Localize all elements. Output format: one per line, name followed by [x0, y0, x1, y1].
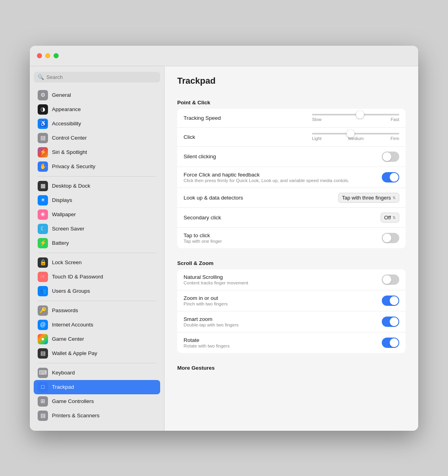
sidebar-item-desktop-dock[interactable]: ▦Desktop & Dock — [34, 179, 160, 193]
sidebar-item-label: Touch ID & Password — [52, 273, 103, 280]
sidebar-item-touch-id-password[interactable]: ☞Touch ID & Password — [34, 270, 160, 284]
section-title-2: More Gestures — [177, 360, 406, 374]
traffic-lights — [37, 53, 59, 58]
sidebar-item-passwords[interactable]: 🔑Passwords — [34, 303, 160, 318]
toggle-thumb — [390, 338, 398, 347]
toggle-silent-clicking[interactable] — [382, 152, 399, 162]
displays-icon: ☀ — [38, 195, 48, 205]
sidebar-group: ⌨Keyboard□Trackpad⊞Game Controllers▤Prin… — [34, 366, 160, 423]
wallpaper-icon: ❀ — [38, 209, 48, 220]
toggle-smart-zoom[interactable] — [382, 317, 399, 327]
slider-thumb[interactable] — [347, 130, 354, 138]
search-bar[interactable]: 🔍 — [34, 72, 160, 83]
sidebar-item-label: Wallpaper — [52, 211, 76, 218]
toggle-thumb — [383, 234, 391, 242]
toggle-thumb — [383, 275, 391, 284]
toggle-thumb — [390, 317, 398, 326]
setting-label: Look up & data detectors — [184, 195, 338, 201]
search-icon: 🔍 — [38, 74, 44, 80]
slider-track[interactable] — [312, 114, 399, 115]
sidebar-item-label: Printers & Scanners — [52, 412, 100, 419]
sidebar-item-keyboard[interactable]: ⌨Keyboard — [34, 366, 160, 380]
sidebar-item-label: General — [52, 92, 71, 99]
keyboard-icon: ⌨ — [38, 368, 48, 378]
toggle-natural-scrolling[interactable] — [382, 274, 399, 285]
sidebar-item-accessibility[interactable]: ♿Accessibility — [34, 117, 160, 131]
settings-group-1: Natural ScrollingContent tracks finger m… — [177, 269, 406, 353]
sidebar-item-printers-scanners[interactable]: ▤Printers & Scanners — [34, 409, 160, 423]
setting-label: Click — [184, 134, 312, 140]
passwords-icon: 🔑 — [38, 305, 48, 316]
toggle-tap-to-click[interactable] — [382, 233, 399, 243]
toggle-thumb — [383, 152, 391, 161]
sidebar-item-siri-spotlight[interactable]: ⚡Siri & Spotlight — [34, 145, 160, 159]
sidebar-item-screen-saver[interactable]: ☾Screen Saver — [34, 222, 160, 236]
sidebar-item-label: Battery — [52, 240, 69, 247]
toggle-rotate[interactable] — [382, 338, 399, 348]
setting-label: Zoom in or out — [184, 295, 382, 301]
sidebar-item-label: Displays — [52, 197, 72, 204]
dropdown-look-up-&-data-detectors[interactable]: Tap with three fingers⇅ — [338, 193, 399, 203]
slider-label: Firm — [391, 136, 399, 141]
slider-track[interactable] — [312, 133, 399, 134]
sidebar-item-battery[interactable]: ⚡Battery — [34, 236, 160, 250]
sidebar-item-control-center[interactable]: ▤Control Center — [34, 131, 160, 145]
game-center-icon: ● — [38, 334, 48, 344]
toggle-force-click-and-haptic-feedback[interactable] — [382, 172, 399, 182]
sidebar-item-label: Privacy & Security — [52, 163, 96, 170]
battery-icon: ⚡ — [38, 238, 48, 248]
setting-row-1-3: RotateRotate with two fingers — [177, 332, 406, 353]
sidebar-group: ▦Desktop & Dock☀Displays❀Wallpaper☾Scree… — [34, 179, 160, 250]
wallet-apple-pay-icon: ▤ — [38, 348, 48, 359]
sidebar-item-wallpaper[interactable]: ❀Wallpaper — [34, 207, 160, 222]
main-sections: Point & ClickTracking SpeedSlowFastClick… — [177, 95, 406, 374]
setting-row-1-0: Natural ScrollingContent tracks finger m… — [177, 269, 406, 290]
setting-sublabel: Pinch with two fingers — [184, 301, 382, 306]
sidebar-item-label: Users & Groups — [52, 288, 90, 295]
search-input[interactable] — [46, 74, 156, 80]
setting-sublabel: Content tracks finger movement — [184, 280, 382, 285]
sidebar-divider — [38, 176, 156, 177]
desktop-dock-icon: ▦ — [38, 181, 48, 191]
internet-accounts-icon: @ — [38, 320, 48, 330]
game-controllers-icon: ⊞ — [38, 396, 48, 407]
sidebar-item-label: Game Controllers — [52, 398, 94, 405]
sidebar-item-appearance[interactable]: ◑Appearance — [34, 102, 160, 117]
sidebar-divider — [38, 253, 156, 253]
sidebar-item-general[interactable]: ⚙General — [34, 88, 160, 102]
sidebar-item-internet-accounts[interactable]: @Internet Accounts — [34, 318, 160, 332]
main-content: Trackpad Point & ClickTracking SpeedSlow… — [165, 66, 418, 431]
slider-thumb[interactable] — [356, 111, 364, 119]
sidebar-item-game-controllers[interactable]: ⊞Game Controllers — [34, 394, 160, 409]
sidebar-item-displays[interactable]: ☀Displays — [34, 193, 160, 207]
dropdown-secondary-click[interactable]: Off⇅ — [381, 213, 399, 223]
sidebar-item-label: Internet Accounts — [52, 321, 93, 328]
setting-sublabel: Click then press firmly for Quick Look, … — [184, 178, 382, 183]
setting-label: Tracking Speed — [184, 115, 312, 121]
sidebar-item-label: Game Center — [52, 336, 84, 343]
setting-label: Tap to click — [184, 232, 382, 238]
setting-label: Smart zoom — [184, 316, 382, 322]
sidebar-item-wallet-apple-pay[interactable]: ▤Wallet & Apple Pay — [34, 346, 160, 361]
section-title-1: Scroll & Zoom — [177, 255, 406, 269]
sidebar-divider — [38, 363, 156, 363]
sidebar-item-lock-screen[interactable]: 🔒Lock Screen — [34, 255, 160, 270]
sidebar-item-trackpad[interactable]: □Trackpad — [34, 380, 160, 394]
toggle-zoom-in-or-out[interactable] — [382, 296, 399, 306]
page-title: Trackpad — [177, 76, 406, 86]
sidebar-group: 🔒Lock Screen☞Touch ID & Password👥Users &… — [34, 255, 160, 298]
settings-group-0: Tracking SpeedSlowFastClickLightMediumFi… — [177, 109, 406, 248]
slider-label: Slow — [312, 117, 322, 122]
sidebar-item-privacy-security[interactable]: ✋Privacy & Security — [34, 159, 160, 174]
sidebar-item-label: Keyboard — [52, 369, 75, 376]
dropdown-arrows-icon: ⇅ — [392, 215, 396, 220]
sidebar-item-game-center[interactable]: ●Game Center — [34, 332, 160, 346]
trackpad-icon: □ — [38, 382, 48, 392]
sidebar-item-label: Trackpad — [52, 384, 74, 391]
maximize-button[interactable] — [54, 53, 59, 58]
sidebar-item-label: Screen Saver — [52, 225, 84, 232]
sidebar-item-users-groups[interactable]: 👥Users & Groups — [34, 284, 160, 298]
setting-sublabel: Tap with one finger — [184, 239, 382, 244]
minimize-button[interactable] — [45, 53, 50, 58]
close-button[interactable] — [37, 53, 42, 58]
